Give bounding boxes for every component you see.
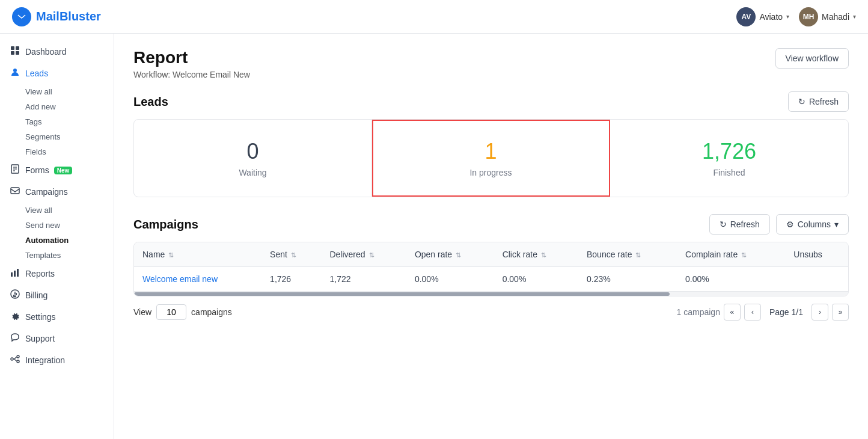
logo-text: MailBluster — [36, 10, 101, 23]
sort-complainrate-icon: ⇅ — [741, 251, 747, 259]
forms-icon — [10, 164, 20, 176]
stat-finished-value: 1,726 — [625, 139, 834, 164]
cell-delivered: 1,722 — [321, 267, 406, 292]
sidebar-item-leads[interactable]: Leads — [0, 63, 114, 84]
svg-rect-11 — [11, 272, 13, 277]
col-header-bounce-rate[interactable]: Bounce rate ⇅ — [578, 242, 677, 267]
leads-refresh-button[interactable]: ↻ Refresh — [788, 91, 849, 112]
first-page-button[interactable]: « — [724, 304, 741, 321]
user-avatar: MH — [799, 7, 818, 26]
sidebar-leads-addnew[interactable]: Add new — [0, 99, 114, 114]
svg-rect-3 — [11, 51, 14, 55]
sidebar-campaigns-sendnew[interactable]: Send new — [0, 218, 114, 233]
col-header-open-rate[interactable]: Open rate ⇅ — [406, 242, 494, 267]
pagination: View campaigns 1 campaign « ‹ Page 1/1 › — [133, 304, 849, 321]
sort-clickrate-icon: ⇅ — [541, 251, 546, 259]
columns-button[interactable]: ⚙ Columns ▾ — [776, 214, 849, 235]
last-page-button[interactable]: » — [832, 304, 849, 321]
settings-icon — [10, 311, 20, 323]
logo-icon — [12, 7, 31, 26]
campaign-link[interactable]: Welcome email new — [142, 274, 218, 284]
logo[interactable]: MailBluster — [12, 7, 101, 26]
cell-sent: 1,726 — [261, 267, 321, 292]
svg-point-16 — [17, 355, 19, 358]
sidebar-item-campaigns[interactable]: Campaigns — [0, 181, 114, 203]
col-header-delivered[interactable]: Delivered ⇅ — [321, 242, 406, 267]
campaigns-section: Campaigns ↻ Refresh ⚙ Columns ▾ — [133, 214, 849, 321]
scrollbar-thumb — [134, 292, 670, 296]
cell-click-rate: 0.00% — [494, 267, 578, 292]
report-title-block: Report Workflow: Welcome Email New — [133, 48, 250, 79]
sidebar-leads-fields[interactable]: Fields — [0, 144, 114, 159]
svg-rect-1 — [11, 46, 14, 50]
campaigns-section-title: Campaigns — [133, 218, 198, 232]
settings-label: Settings — [25, 312, 56, 322]
cell-bounce-rate: 0.23% — [578, 267, 677, 292]
prev-page-button[interactable]: ‹ — [744, 304, 761, 321]
report-header: Report Workflow: Welcome Email New View … — [133, 48, 849, 79]
user-menu[interactable]: MH Mahadi ▾ — [799, 7, 856, 26]
org-switcher[interactable]: AV Aviato ▾ — [736, 7, 789, 26]
sidebar-item-billing[interactable]: Billing — [0, 284, 114, 306]
sidebar-item-dashboard[interactable]: Dashboard — [0, 41, 114, 63]
sidebar-item-settings[interactable]: Settings — [0, 306, 114, 328]
integration-icon — [10, 354, 20, 366]
col-header-name[interactable]: Name ⇅ — [134, 242, 261, 267]
cell-complain-rate: 0.00% — [677, 267, 785, 292]
col-header-sent[interactable]: Sent ⇅ — [261, 242, 321, 267]
report-subtitle: Workflow: Welcome Email New — [133, 70, 250, 79]
sidebar: Dashboard Leads View all Add new Tags Se… — [0, 34, 114, 439]
reports-label: Reports — [25, 269, 55, 278]
sidebar-campaigns-viewall[interactable]: View all — [0, 203, 114, 218]
sidebar-leads-segments[interactable]: Segments — [0, 129, 114, 144]
col-header-click-rate[interactable]: Click rate ⇅ — [494, 242, 578, 267]
stat-inprogress: 1 In progress — [372, 120, 610, 197]
campaigns-icon — [10, 186, 20, 198]
sidebar-campaigns-templates[interactable]: Templates — [0, 248, 114, 263]
user-chevron-icon: ▾ — [853, 13, 856, 20]
leads-section-header: Leads ↻ Refresh — [133, 91, 849, 112]
leads-section-title: Leads — [133, 95, 168, 109]
svg-point-15 — [11, 358, 13, 360]
sidebar-item-forms[interactable]: Forms New — [0, 159, 114, 181]
dashboard-icon — [10, 46, 20, 58]
sidebar-leads-viewall[interactable]: View all — [0, 84, 114, 99]
stat-inprogress-value: 1 — [387, 139, 595, 164]
forms-badge: New — [54, 167, 73, 174]
pagination-right: 1 campaign « ‹ Page 1/1 › » — [677, 304, 849, 321]
leads-label: Leads — [25, 69, 48, 78]
sidebar-leads-tags[interactable]: Tags — [0, 114, 114, 129]
svg-point-0 — [16, 11, 27, 22]
col-header-complain-rate[interactable]: Complain rate ⇅ — [677, 242, 785, 267]
horizontal-scrollbar[interactable] — [134, 291, 848, 296]
svg-rect-13 — [17, 269, 19, 277]
topnav-right: AV Aviato ▾ MH Mahadi ▾ — [736, 7, 856, 26]
columns-chevron-icon: ▾ — [834, 220, 839, 229]
campaigns-refresh-label: Refresh — [730, 220, 760, 229]
sort-bouncerate-icon: ⇅ — [635, 251, 641, 259]
leads-icon — [10, 67, 20, 79]
view-workflow-button[interactable]: View workflow — [775, 48, 849, 69]
sidebar-item-integration[interactable]: Integration — [0, 349, 114, 371]
campaigns-refresh-button[interactable]: ↻ Refresh — [709, 214, 770, 235]
org-name: Aviato — [759, 12, 783, 22]
sidebar-item-support[interactable]: Support — [0, 328, 114, 349]
campaigns-header-buttons: ↻ Refresh ⚙ Columns ▾ — [709, 214, 849, 235]
campaigns-table: Name ⇅ Sent ⇅ Delivered ⇅ — [134, 242, 848, 291]
main-content: Report Workflow: Welcome Email New View … — [114, 34, 868, 439]
pagination-count-input[interactable] — [156, 304, 186, 320]
leads-refresh-label: Refresh — [809, 97, 839, 106]
sidebar-item-reports[interactable]: Reports — [0, 263, 114, 284]
next-page-button[interactable]: › — [811, 304, 828, 321]
view-workflow-label: View workflow — [786, 54, 839, 63]
stat-waiting: 0 Waiting — [134, 120, 372, 197]
sort-openrate-icon: ⇅ — [456, 251, 461, 259]
top-nav: MailBluster AV Aviato ▾ MH Mahadi ▾ — [0, 0, 868, 34]
campaigns-refresh-icon: ↻ — [720, 220, 727, 229]
campaigns-section-header: Campaigns ↻ Refresh ⚙ Columns ▾ — [133, 214, 849, 235]
sidebar-campaigns-automation[interactable]: Automation — [0, 233, 114, 248]
view-label: View — [133, 307, 151, 317]
app-body: Dashboard Leads View all Add new Tags Se… — [0, 34, 868, 439]
leads-refresh-icon: ↻ — [798, 97, 805, 106]
support-label: Support — [25, 334, 55, 343]
